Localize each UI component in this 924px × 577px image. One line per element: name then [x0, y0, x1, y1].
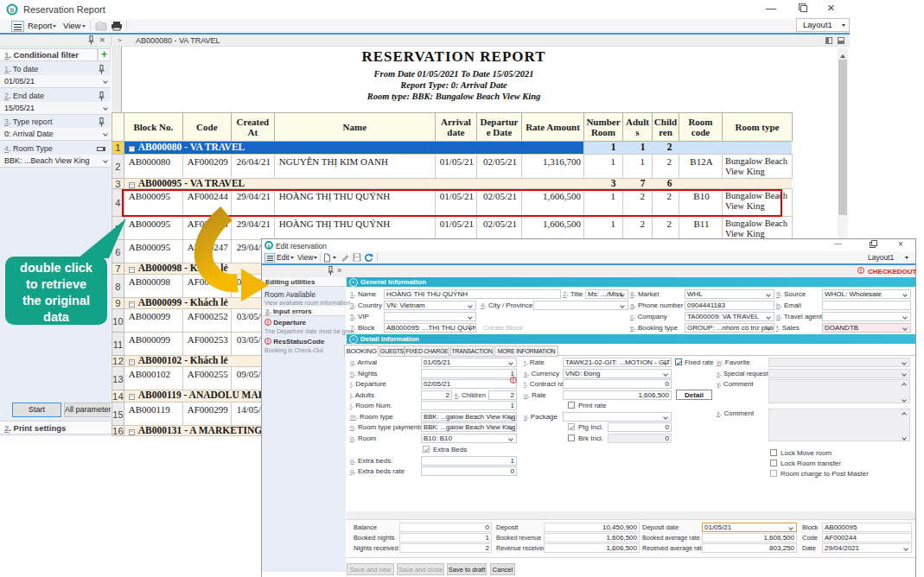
- svg-text:b: b: [10, 6, 15, 14]
